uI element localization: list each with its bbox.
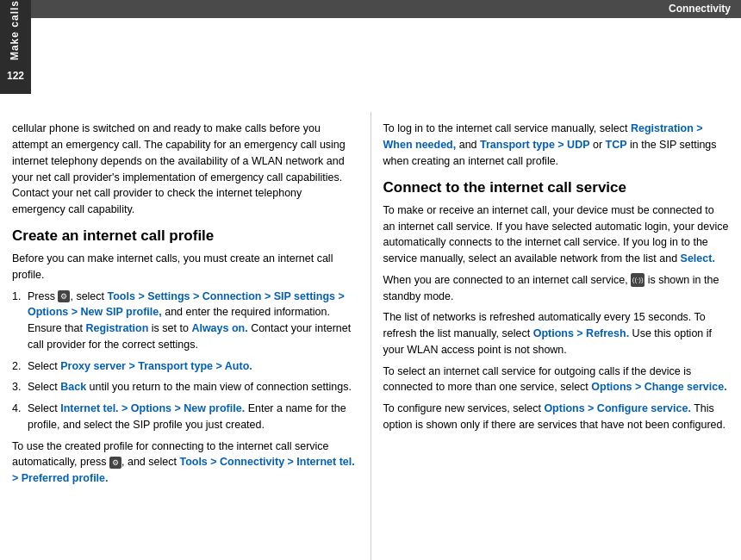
section2-p2: When you are connected to an internet ca…	[383, 272, 730, 305]
steps-list: 1. Press ⚙, select Tools > Settings > Co…	[12, 289, 358, 433]
section1-heading: Create an internet call profile	[12, 227, 358, 246]
top-bar-connectivity-label: Connectivity	[669, 2, 731, 16]
login-paragraph: To log in to the internet call service m…	[383, 121, 730, 169]
intro-paragraph: cellular phone is switched on and ready …	[12, 121, 358, 218]
menu-icon-2: ⚙	[109, 457, 121, 469]
wifi-icon: ((·))	[631, 273, 644, 287]
section2-p3: The list of networks is refreshed automa…	[383, 309, 730, 358]
list-item: 4. Select Internet tel. > Options > New …	[12, 401, 358, 433]
footer-paragraph: To use the created profile for connectin…	[12, 439, 358, 487]
section2-heading: Connect to the internet call service	[383, 178, 730, 197]
menu-icon: ⚙	[58, 290, 70, 302]
list-item: 2. Select Proxy server > Transport type …	[12, 358, 358, 375]
section2-p4: To select an internet call service for o…	[383, 364, 730, 396]
list-item: 1. Press ⚙, select Tools > Settings > Co…	[12, 289, 358, 353]
page-number: 122	[7, 69, 24, 84]
right-column: To log in to the internet call service m…	[371, 112, 742, 560]
section2-p5: To configure new services, select Option…	[383, 401, 730, 433]
top-bar: Connectivity	[31, 0, 741, 18]
left-column: cellular phone is switched on and ready …	[0, 112, 371, 560]
list-item: 3. Select Back until you return to the m…	[12, 379, 358, 395]
section1-intro: Before you can make internet calls, you …	[12, 251, 358, 283]
sidebar-label: Make calls	[8, 0, 22, 60]
section2-p1: To make or receive an internet call, you…	[383, 202, 730, 267]
sidebar: Make calls 122	[0, 0, 31, 94]
